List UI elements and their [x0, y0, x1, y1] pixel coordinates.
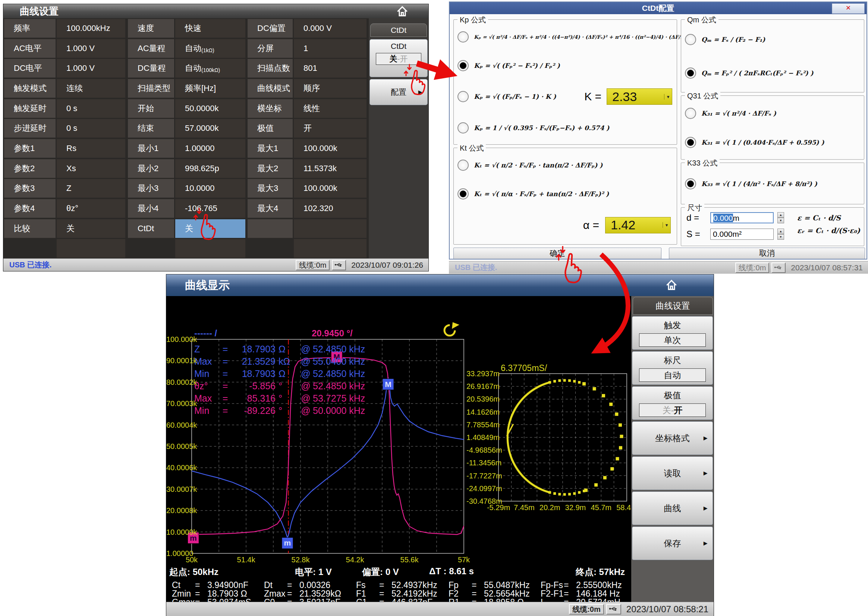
kp-radio-3[interactable]	[457, 91, 469, 102]
y-tick: 70.0003k	[166, 399, 189, 408]
settings-cell-r6-c2[interactable]: 0 s	[57, 119, 125, 138]
settings-cell-r8-c2[interactable]: Xs	[57, 159, 125, 178]
settings-cell-r1-c4[interactable]: 快速	[175, 19, 245, 38]
kt-formula-group: Kt 公式 Kₜ = √( π/2 · Fₛ/Fₚ · tan(π/2 · ΔF…	[454, 148, 677, 245]
q31-formula-group: Q31 公式 K₃₁ = √( π²/4 · ΔF/Fₛ )K₃₁ = √( 1…	[681, 96, 864, 160]
settings-cell-r1-c2[interactable]: 100.000kHz	[57, 19, 125, 38]
qm-radio-2-selected[interactable]	[685, 68, 696, 79]
sidebar-button-坐标格式[interactable]: 坐标格式►	[632, 421, 713, 455]
settings-cell-r12-c4[interactable]	[175, 239, 245, 258]
settings-cell-r9-c6[interactable]: 100.000k	[294, 179, 367, 198]
y-tick: 60.0004k	[166, 421, 189, 429]
settings-cell-r7-c2[interactable]: Rs	[57, 139, 125, 158]
settings-cell-r9-c2[interactable]: Z	[57, 179, 125, 198]
submenu-arrow-icon: ►	[702, 504, 709, 512]
alpha-value-field[interactable]: 1.42▾	[605, 217, 671, 233]
sidebar-button-保存[interactable]: 保存►	[632, 526, 713, 560]
settings-cell-r4-c2[interactable]: 连续	[57, 79, 125, 98]
s-stepper[interactable]: ▲▼	[777, 229, 784, 240]
settings-cell-r5-c4[interactable]: 50.0000k	[175, 99, 245, 118]
sidebar-button-极值[interactable]: 极值关-开	[632, 386, 713, 420]
sidebar-button-触发[interactable]: 触发单次	[632, 316, 713, 350]
d-input[interactable]: 0.000m	[710, 212, 774, 223]
settings-cell-r5-c2[interactable]: 0 s	[57, 99, 125, 118]
home-icon[interactable]	[394, 5, 411, 19]
button-state-box[interactable]: 关-开	[639, 404, 705, 417]
dialog-title: CtDt配置	[642, 4, 674, 12]
spin-up-icon[interactable]: ▲	[777, 229, 784, 234]
spin-down-icon[interactable]: ▼	[777, 218, 784, 223]
circle-y-tick: -11.3456m	[466, 459, 496, 467]
q31-option-1: K₃₁ = √( π²/4 · ΔF/Fₛ )	[685, 108, 862, 119]
curve-display-titlebar: 曲线显示	[166, 275, 714, 296]
settings-cell-r10-c4[interactable]: -106.765	[175, 199, 245, 218]
settings-cell-r5-c3: 开始	[128, 99, 174, 118]
plot-area[interactable]: mMmM ------ / 20.9450 °/ Z=18.7903Ω@52.4…	[166, 296, 631, 602]
sidebar-button-标尺[interactable]: 标尺自动	[632, 351, 713, 385]
settings-cell-r12-c6[interactable]	[294, 239, 367, 258]
settings-cell-r6-c6[interactable]: 开	[294, 119, 367, 138]
kp-option-2: Kₚ = √( (Fₚ² − Fₛ²) / Fₚ² )	[457, 60, 675, 71]
settings-cell-r5-c6[interactable]: 线性	[294, 99, 367, 118]
settings-cell-r8-c4[interactable]: 998.625p	[175, 159, 245, 178]
dropdown-icon[interactable]: ▾	[664, 94, 672, 99]
settings-cell-r10-c2[interactable]: θz°	[57, 199, 125, 218]
settings-cell-r11-c2[interactable]: 关	[57, 219, 125, 238]
close-icon[interactable]: ✕	[832, 3, 865, 14]
settings-cell-r4-c4[interactable]: 频率[Hz]	[175, 79, 245, 98]
settings-cell-r4-c6[interactable]: 顺序	[294, 79, 367, 98]
s-input[interactable]: 0.000m²	[710, 229, 774, 240]
settings-cell-r2-c4[interactable]: 自动(1kΩ)	[175, 39, 245, 58]
settings-cell-r1-c3: 速度	[128, 19, 174, 38]
settings-cell-r3-c2[interactable]: 1.000 V	[57, 59, 125, 77]
q31-radio-2-selected[interactable]	[685, 137, 696, 148]
dropdown-icon[interactable]: ▾	[662, 222, 670, 228]
settings-cell-r3-c4[interactable]: 自动(100kΩ)	[175, 59, 245, 77]
kt-radio-1[interactable]	[457, 160, 469, 171]
kp-radio-4[interactable]	[457, 122, 469, 134]
marker-readouts: Z=18.7903Ω@52.4850 kHzMax=21.3529kΩ@55.0…	[194, 343, 365, 417]
kt-radio-2-selected[interactable]	[457, 188, 469, 200]
ctdt-toggle-state[interactable]: 关-开	[376, 53, 421, 65]
k33-option-1: K₃₃ = √( 1 / (4/π² · Fₛ/ΔF + 8/π²) )	[685, 178, 862, 189]
cancel-button[interactable]: 取消	[669, 248, 865, 259]
button-state-box[interactable]: 自动	[639, 368, 705, 382]
button-state-box[interactable]: 单次	[639, 333, 705, 347]
settings-cell-r9-c4[interactable]: 10.0000	[175, 179, 245, 198]
spin-up-icon[interactable]: ▲	[777, 212, 784, 218]
settings-cell-r7-c1: 参数1	[4, 139, 56, 158]
cable-length-badge: 线缆:0m	[735, 262, 769, 273]
settings-cell-r2-c6[interactable]: 1	[294, 39, 367, 58]
ctdt-config-button[interactable]: 配置 ►	[369, 79, 428, 105]
d-stepper[interactable]: ▲▼	[777, 212, 784, 223]
kp-radio-2-selected[interactable]	[457, 60, 469, 71]
kp-radio-1[interactable]	[457, 31, 469, 42]
settings-cell-r1-c6[interactable]: 0.000 V	[294, 19, 367, 38]
ok-button[interactable]: 确定	[454, 248, 661, 259]
home-icon[interactable]	[663, 278, 680, 292]
q31-radio-1[interactable]	[685, 108, 696, 119]
usb-icon	[771, 262, 786, 273]
settings-cell-r6-c4[interactable]: 57.0000k	[175, 119, 245, 138]
k33-radio-1-selected[interactable]	[685, 178, 696, 189]
sidebar-button-读取[interactable]: 读取►	[632, 456, 713, 490]
ctdt-toggle-button[interactable]: CtDt 关-开	[369, 39, 428, 77]
settings-cell-r10-c6[interactable]: 102.320	[294, 199, 367, 218]
settings-cell-r2-c2[interactable]: 1.000 V	[57, 39, 125, 58]
settings-cell-r3-c6[interactable]: 801	[294, 59, 367, 77]
settings-cell-r9-c3: 最小3	[128, 179, 174, 198]
settings-cell-r7-c4[interactable]: 1.00000	[175, 139, 245, 158]
spin-down-icon[interactable]: ▼	[777, 234, 784, 240]
size-group: 尺寸 d = 0.000m ▲▼ S = 0.000m² ▲▼ ε = Cₜ ·…	[681, 207, 864, 246]
results-row-2: Zmin=18.7903 ΩZmax=21.3529kΩF1=52.4192kH…	[166, 589, 631, 597]
settings-cell-r11-c6[interactable]	[294, 219, 367, 238]
qm-radio-1[interactable]	[685, 34, 696, 45]
settings-cell-r8-c6[interactable]: 11.5373k	[294, 159, 367, 178]
sidebar-button-曲线[interactable]: 曲线►	[632, 492, 713, 525]
settings-cell-r12-c2[interactable]	[57, 239, 125, 258]
sidebar-header-button[interactable]: 曲线设置	[633, 297, 713, 315]
settings-cell-r5-c5: 横坐标	[248, 99, 293, 118]
settings-cell-r7-c6[interactable]: 100.000k	[294, 139, 367, 158]
settings-cell-r11-c4[interactable]: 关	[175, 219, 245, 238]
k-value-field[interactable]: 2.33▾	[607, 88, 672, 105]
